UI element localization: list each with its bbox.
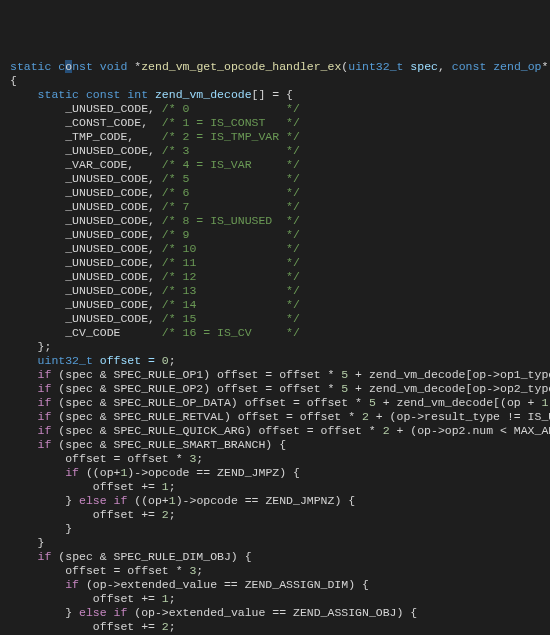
array-entry: _CV_CODE /* 16 = IS_CV */ — [10, 326, 300, 339]
code-line: offset += 2; — [10, 508, 176, 521]
code-line: if (spec & SPEC_RULE_OP2) offset = offse… — [10, 382, 550, 395]
array-entry: _UNUSED_CODE, /* 6 */ — [10, 186, 300, 199]
code-line: { — [10, 74, 17, 87]
function-name: zend_vm_get_opcode_handler_ex — [141, 60, 341, 73]
code-line: offset += 1; — [10, 592, 176, 605]
array-entry: _TMP_CODE, /* 2 = IS_TMP_VAR */ — [10, 130, 300, 143]
array-entry: _UNUSED_CODE, /* 14 */ — [10, 298, 300, 311]
array-entry: _UNUSED_CODE, /* 7 */ — [10, 200, 300, 213]
code-line: if ((op+1)->opcode == ZEND_JMPZ) { — [10, 466, 300, 479]
code-line: }; — [10, 340, 51, 353]
array-entry: _VAR_CODE, /* 4 = IS_VAR */ — [10, 158, 300, 171]
code-line: uint32_t offset = 0; — [10, 354, 176, 367]
code-line: offset += 1; — [10, 480, 176, 493]
code-line: } else if ((op+1)->opcode == ZEND_JMPNZ)… — [10, 494, 355, 507]
array-entry: _UNUSED_CODE, /* 15 */ — [10, 312, 300, 325]
code-line: if (spec & SPEC_RULE_DIM_OBJ) { — [10, 550, 252, 563]
code-line: } — [10, 522, 72, 535]
array-entry: _UNUSED_CODE, /* 9 */ — [10, 228, 300, 241]
code-line: offset = offset * 3; — [10, 452, 203, 465]
code-editor[interactable]: static const void *zend_vm_get_opcode_ha… — [10, 60, 540, 635]
code-line: offset = offset * 3; — [10, 564, 203, 577]
code-line: if (op->extended_value == ZEND_ASSIGN_DI… — [10, 578, 369, 591]
code-line: if (spec & SPEC_RULE_OP_DATA) offset = o… — [10, 396, 550, 409]
code-line: } else if (op->extended_value == ZEND_AS… — [10, 606, 417, 619]
code-line: if (spec & SPEC_RULE_QUICK_ARG) offset =… — [10, 424, 550, 437]
array-entry: _UNUSED_CODE, /* 12 */ — [10, 270, 300, 283]
code-line: static const void *zend_vm_get_opcode_ha… — [10, 60, 550, 73]
code-line: if (spec & SPEC_RULE_RETVAL) offset = of… — [10, 410, 550, 423]
array-entry: _UNUSED_CODE, /* 11 */ — [10, 256, 300, 269]
array-entry: _UNUSED_CODE, /* 8 = IS_UNUSED */ — [10, 214, 300, 227]
array-entry: _UNUSED_CODE, /* 0 */ — [10, 102, 300, 115]
code-line: } — [10, 536, 45, 549]
code-line: static const int zend_vm_decode[] = { — [10, 88, 293, 101]
array-entry: _UNUSED_CODE, /* 10 */ — [10, 242, 300, 255]
code-line: if (spec & SPEC_RULE_OP1) offset = offse… — [10, 368, 550, 381]
array-entry: _UNUSED_CODE, /* 3 */ — [10, 144, 300, 157]
array-entry: _CONST_CODE, /* 1 = IS_CONST */ — [10, 116, 300, 129]
array-entry: _UNUSED_CODE, /* 5 */ — [10, 172, 300, 185]
array-entry: _UNUSED_CODE, /* 13 */ — [10, 284, 300, 297]
code-line: if (spec & SPEC_RULE_SMART_BRANCH) { — [10, 438, 286, 451]
code-line: offset += 2; — [10, 620, 176, 633]
